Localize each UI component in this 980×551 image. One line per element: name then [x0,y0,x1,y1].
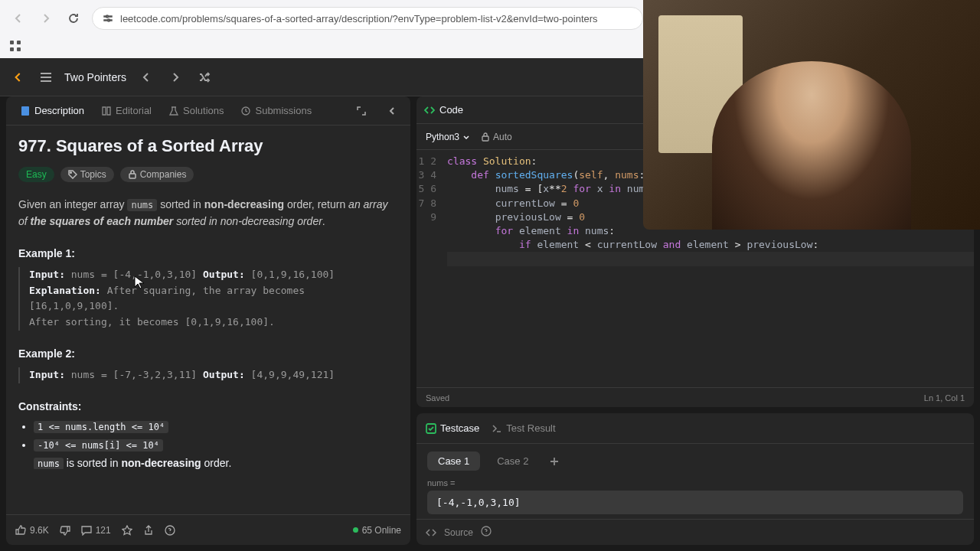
svg-rect-8 [10,47,14,51]
terminal-icon [492,423,502,434]
auto-toggle[interactable]: Auto [481,132,512,142]
svg-rect-10 [41,73,51,74]
description-body: 977. Squares of a Sorted Array Easy Topi… [6,126,410,514]
save-status: Saved [426,393,449,403]
comment-icon [81,525,92,536]
description-panel: Description Editorial Solutions Submissi… [6,96,410,545]
shuffle-icon[interactable] [195,68,214,86]
code-status-bar: Saved Ln 1, Col 1 [416,387,974,407]
online-count: 65 Online [353,525,401,536]
cursor-icon [134,276,145,289]
svg-point-19 [70,172,71,174]
star-icon [122,525,132,536]
apps-grid-icon[interactable] [9,40,24,55]
feedback-button[interactable] [165,525,175,536]
webcam-overlay [643,0,980,230]
lock-icon [481,132,490,142]
playlist-name[interactable]: Two Pointers [64,71,126,83]
help-icon[interactable] [481,526,492,539]
constraints-list: 1 <= nums.length <= 10⁴ -10⁴ <= nums[i] … [18,420,398,469]
add-case-button[interactable] [545,452,564,471]
testcase-header: Testcase Test Result [416,413,974,444]
share-icon [143,525,154,536]
forward-button[interactable] [37,9,55,28]
example-2-block: Input: nums = [-7,-3,2,3,11] Output: [4,… [18,367,398,383]
testcase-input[interactable]: [-4,-1,0,3,10] [427,491,963,514]
next-problem-icon[interactable] [166,68,185,86]
svg-rect-3 [104,20,107,21]
doc-icon [20,106,31,116]
online-dot-icon [353,527,358,533]
reload-button[interactable] [64,9,83,28]
tab-editorial[interactable]: Editorial [93,96,159,126]
url-bar[interactable]: leetcode.com/problems/squares-of-a-sorte… [92,7,643,30]
problem-description: Given an integer array nums sorted in no… [18,196,398,230]
testcase-footer: Source [416,519,974,545]
share-button[interactable] [143,525,154,536]
example-2-title: Example 2: [18,347,398,360]
testcase-var-label: nums = [416,478,974,487]
svg-rect-6 [10,41,14,44]
plus-icon [549,456,560,467]
svg-rect-17 [21,106,29,116]
lock-icon [128,170,137,179]
prev-problem-icon[interactable] [137,68,155,86]
tab-solutions[interactable]: Solutions [161,96,231,126]
tab-description[interactable]: Description [12,96,92,126]
site-settings-icon[interactable] [102,12,114,24]
check-box-icon [426,423,436,434]
case-2-pill[interactable]: Case 2 [486,452,539,471]
language-select[interactable]: Python3 [426,132,470,142]
constraints-title: Constraints: [18,400,398,412]
svg-rect-1 [109,16,112,17]
chevron-down-icon [462,133,470,141]
companies-chip[interactable]: Companies [120,167,194,182]
back-button[interactable] [9,9,28,28]
clock-icon [240,106,251,116]
problem-title: 977. Squares of a Sorted Array [18,136,398,156]
svg-rect-12 [41,80,51,82]
collapse-icon[interactable] [380,99,404,123]
svg-rect-22 [482,136,488,141]
code-icon [424,105,435,116]
svg-rect-9 [17,47,21,51]
svg-rect-11 [41,77,51,78]
book-icon [101,106,112,116]
tab-submissions[interactable]: Submissions [233,96,319,126]
comments-button[interactable]: 121 [81,525,111,536]
dislike-button[interactable] [60,525,70,536]
thumbs-down-icon [60,525,70,536]
case-1-pill[interactable]: Case 1 [427,452,480,471]
url-text: leetcode.com/problems/squares-of-a-sorte… [120,13,598,24]
example-1-block: Input: nums = [-4,-1,0,3,10] Output: [0,… [18,267,398,331]
help-icon [165,525,175,536]
leetcode-back-icon[interactable] [9,68,28,86]
flask-icon [168,106,179,116]
line-gutter: 1 2 3 4 5 6 7 8 9 [416,150,443,387]
expand-icon[interactable] [349,99,374,123]
code-icon [426,527,436,538]
star-button[interactable] [122,525,132,536]
tab-testresult[interactable]: Test Result [492,422,555,434]
difficulty-chip: Easy [18,167,54,182]
problem-list-icon[interactable] [38,70,54,85]
testcase-panel: Testcase Test Result Case 1 Case 2 nums … [416,413,974,545]
tab-testcase[interactable]: Testcase [426,422,479,434]
topics-chip[interactable]: Topics [60,167,114,182]
svg-rect-20 [129,174,136,178]
like-button[interactable]: 9.6K [15,525,49,536]
description-footer: 9.6K 121 65 Online [6,514,410,545]
tag-icon [68,170,77,179]
cases-row: Case 1 Case 2 [416,444,974,478]
example-1-title: Example 1: [18,247,398,259]
cursor-position: Ln 1, Col 1 [924,393,965,403]
left-tabs: Description Editorial Solutions Submissi… [6,96,410,126]
svg-rect-7 [17,41,21,44]
source-button[interactable]: Source [444,527,473,538]
thumbs-up-icon [15,525,26,536]
